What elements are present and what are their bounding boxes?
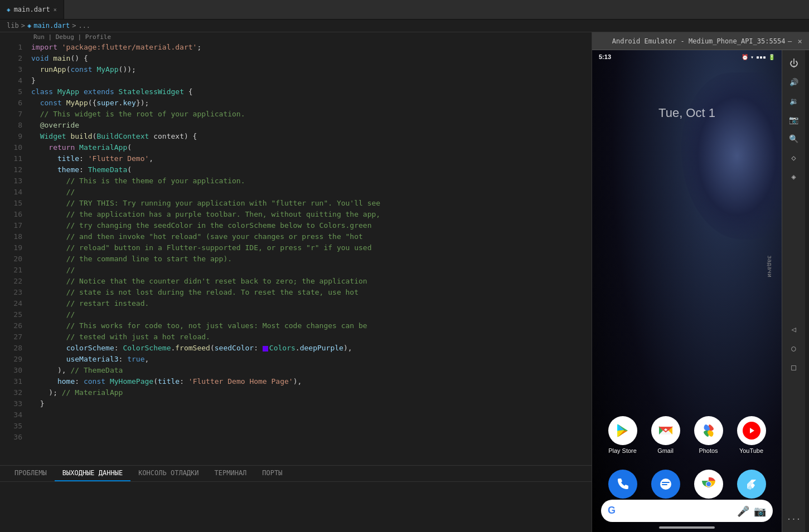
emulator-panel: Android Emulator - Medium_Phone_API_35:5… <box>592 32 809 532</box>
battery-icon: 🔋 <box>768 54 775 60</box>
more-button[interactable]: ··· <box>786 511 802 528</box>
status-time: 5:13 <box>599 53 611 60</box>
code-line: } <box>31 398 592 409</box>
code-line: theme: ThemeData( <box>31 164 592 175</box>
run-debug-bar: Run | Debug | Profile <box>0 32 592 42</box>
screen-date: Tue, Oct 1 <box>592 106 782 120</box>
code-line: useMaterial3: true, <box>31 354 592 365</box>
google-search-bar[interactable]: G 🎤 📷 <box>601 500 773 522</box>
rotate-button[interactable]: ◇ <box>786 149 802 166</box>
code-line: ); // MaterialApp <box>31 387 592 398</box>
wifi-icon: ▾ <box>750 54 754 60</box>
bottom-tab-консоль-отладки[interactable]: КОНСОЛЬ ОТЛАДКИ <box>130 466 206 481</box>
gmail-label: Gmail <box>657 447 674 454</box>
emulator-title: Android Emulator - Medium_Phone_API_35:5… <box>610 37 787 45</box>
emulator-titlebar: Android Emulator - Medium_Phone_API_35:5… <box>592 32 809 50</box>
home-indicator <box>659 526 715 529</box>
phone-icon <box>608 470 637 499</box>
search-action-icons: 🎤 📷 <box>737 505 766 517</box>
debug-link[interactable]: Debug <box>56 33 74 41</box>
code-line: // <box>31 187 592 198</box>
code-line: // and then invoke "hot reload" (save yo… <box>31 231 592 242</box>
emulator-minimize-button[interactable]: − <box>787 37 792 46</box>
code-line: import 'package:flutter/material.dart'; <box>31 42 592 53</box>
line-numbers: 1234567891011121314151617181920212223242… <box>0 42 27 465</box>
dock-phone[interactable] <box>603 470 642 499</box>
breadcrumb-file: main.dart <box>33 22 70 30</box>
phone-screen: 5:13 ⏰ ▾ ▪▪▪ 🔋 Tue, Oct 1 <box>592 50 782 532</box>
emulator-controls: − × <box>787 37 802 46</box>
code-line: ), // ThemeData <box>31 365 592 376</box>
code-line: Widget build(BuildContext context) { <box>31 131 592 142</box>
signal-icon: ▪▪▪ <box>756 54 766 60</box>
code-line: // <box>31 309 592 320</box>
status-bar: 5:13 ⏰ ▾ ▪▪▪ 🔋 <box>592 50 782 64</box>
code-line: // <box>31 265 592 276</box>
volume-down-button[interactable]: 🔉 <box>786 92 802 109</box>
zoom-button[interactable]: 🔍 <box>786 130 802 147</box>
file-icon: ◈ <box>7 6 11 13</box>
home-button[interactable]: ○ <box>786 340 802 357</box>
code-editor[interactable]: Run | Debug | Profile 123456789101112131… <box>0 32 592 532</box>
dock-flutter[interactable] <box>732 470 771 499</box>
emulator-close-button[interactable]: × <box>798 37 802 46</box>
code-line: // the command line to start the app). <box>31 253 592 265</box>
dock-row <box>592 470 782 499</box>
camera-button[interactable]: 📷 <box>786 111 802 128</box>
app-youtube[interactable]: YouTube <box>732 416 771 454</box>
flutter-icon <box>737 470 766 499</box>
code-line: // the application has a purple toolbar.… <box>31 209 592 220</box>
sidebar-zadachi[interactable]: задачи <box>767 255 774 277</box>
lens-icon[interactable]: 📷 <box>754 505 766 517</box>
apps-grid: Play Store <box>592 416 782 454</box>
tab-label: main.dart <box>14 6 50 13</box>
bottom-content <box>0 482 592 532</box>
app-gmail[interactable]: Gmail <box>646 416 685 454</box>
playstore-label: Play Store <box>608 447 637 454</box>
code-line: runApp(const MyApp()); <box>31 64 592 75</box>
back-button[interactable]: ◁ <box>786 321 802 338</box>
app-photos[interactable]: Photos <box>689 416 728 454</box>
breadcrumb: lib > ◈ main.dart > ... <box>0 19 809 32</box>
code-line: return MaterialApp( <box>31 142 592 153</box>
app-playstore[interactable]: Play Store <box>603 416 642 454</box>
code-line: title: 'Flutter Demo', <box>31 153 592 164</box>
code-line: // try changing the seedColor in the col… <box>31 220 592 231</box>
dock-messages[interactable] <box>646 470 685 499</box>
bottom-tab-порты[interactable]: ПОРТЫ <box>254 466 290 481</box>
status-icons: ⏰ ▾ ▪▪▪ 🔋 <box>742 54 775 60</box>
microphone-icon[interactable]: 🎤 <box>737 505 749 517</box>
code-line: // This widget is the root of your appli… <box>31 109 592 120</box>
dock-chrome[interactable] <box>689 470 728 499</box>
wallpaper-blob <box>681 72 782 240</box>
emulator-sidebar: ⏻ 🔊 🔉 📷 🔍 ◇ ◈ ◁ ○ □ ··· <box>782 50 805 532</box>
google-g-icon: G <box>608 505 620 517</box>
code-line: @override <box>31 120 592 131</box>
breadcrumb-sep2: > <box>72 22 76 30</box>
code-line: colorScheme: ColorScheme.fromSeed(seedCo… <box>31 343 592 354</box>
fold-button[interactable]: ◈ <box>786 168 802 185</box>
bottom-tabs: ПРОБЛЕМЫВЫХОДНЫЕ ДАННЫЕКОНСОЛЬ ОТЛАДКИТЕ… <box>0 466 592 482</box>
profile-link[interactable]: Profile <box>85 33 111 41</box>
code-lines[interactable]: import 'package:flutter/material.dart';v… <box>27 42 592 465</box>
emulator-wrapper: 5:13 ⏰ ▾ ▪▪▪ 🔋 Tue, Oct 1 <box>592 50 809 532</box>
alarm-icon: ⏰ <box>742 54 748 60</box>
main-area: Run | Debug | Profile 123456789101112131… <box>0 32 809 532</box>
volume-up-button[interactable]: 🔊 <box>786 74 802 90</box>
youtube-icon <box>737 416 766 445</box>
playstore-icon <box>608 416 637 445</box>
bottom-tab-терминал[interactable]: ТЕРМИНАЛ <box>207 466 255 481</box>
main-dart-tab[interactable]: ◈ main.dart × <box>0 0 64 19</box>
bottom-panel: ПРОБЛЕМЫВЫХОДНЫЕ ДАННЫЕКОНСОЛЬ ОТЛАДКИТЕ… <box>0 465 592 532</box>
power-button[interactable]: ⏻ <box>786 55 802 71</box>
bottom-tab-проблемы[interactable]: ПРОБЛЕМЫ <box>7 466 55 481</box>
code-line: home: const MyHomePage(title: 'Flutter D… <box>31 376 592 387</box>
bottom-tab-выходные-данные[interactable]: ВЫХОДНЫЕ ДАННЫЕ <box>55 466 130 481</box>
photos-label: Photos <box>699 447 718 454</box>
code-line: // TRY THIS: Try running your applicatio… <box>31 198 592 209</box>
wallpaper <box>592 50 782 532</box>
tab-close-button[interactable]: × <box>54 7 57 13</box>
run-link[interactable]: Run <box>33 33 45 41</box>
recents-button[interactable]: □ <box>786 359 802 375</box>
code-line: // This is the theme of your application… <box>31 175 592 187</box>
